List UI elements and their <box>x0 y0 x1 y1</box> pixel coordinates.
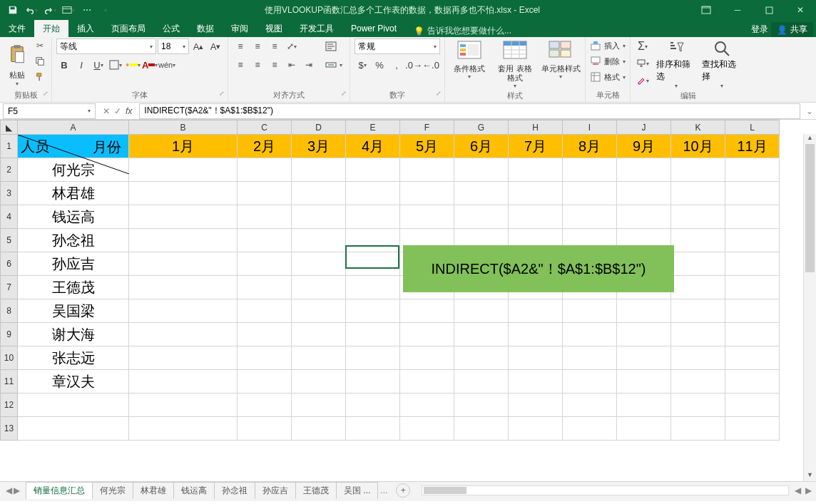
phonetic-button[interactable]: wén▾ <box>159 57 175 73</box>
format-table-button[interactable]: 套用 表格格式▾ <box>495 38 535 89</box>
tab-dev[interactable]: 开发工具 <box>291 20 342 37</box>
col-header[interactable]: E <box>346 120 400 135</box>
inc-decimal-icon[interactable]: .0→ <box>406 57 422 73</box>
row-header[interactable]: 4 <box>1 205 18 229</box>
italic-button[interactable]: I <box>73 57 89 73</box>
indent-dec-icon[interactable]: ⇤ <box>284 57 300 73</box>
col-header[interactable]: F <box>400 120 454 135</box>
select-all-cell[interactable]: ◣ <box>1 120 18 135</box>
tab-formulas[interactable]: 公式 <box>154 20 188 37</box>
fx-icon[interactable]: fx <box>126 106 132 116</box>
vertical-scrollbar[interactable]: ▲ ▼ <box>803 134 816 481</box>
tell-me[interactable]: 💡告诉我您想要做什么... <box>414 25 511 37</box>
close-icon[interactable]: ✕ <box>785 0 816 20</box>
row-header[interactable]: 1 <box>1 135 18 158</box>
row-header[interactable]: 3 <box>1 182 18 205</box>
insert-cells-button[interactable]: 插入 ▾ <box>590 38 626 53</box>
month-header[interactable]: 4月 <box>346 135 400 158</box>
underline-button[interactable]: U▾ <box>91 57 106 73</box>
font-color-button[interactable]: A▾ <box>142 57 158 73</box>
sheet-next-icon[interactable]: ▶ <box>14 485 20 495</box>
login-link[interactable]: 登录 <box>751 24 768 36</box>
merge-button[interactable]: ▾ <box>322 57 345 73</box>
number-format-select[interactable]: 常规▾ <box>355 38 440 54</box>
horizontal-scrollbar[interactable] <box>422 485 789 495</box>
dec-decimal-icon[interactable]: ←.0 <box>423 57 439 73</box>
cut-icon[interactable]: ✂ <box>33 38 47 53</box>
cell-styles-button[interactable]: 单元格样式▾ <box>541 38 581 80</box>
formula-bar[interactable]: INDIRECT($A2&"！$A$1:$B$12") <box>139 103 800 119</box>
undo-icon[interactable]: ▾ <box>23 2 40 18</box>
tab-home[interactable]: 开始 <box>34 20 68 37</box>
tab-insert[interactable]: 插入 <box>68 20 103 37</box>
col-header[interactable]: D <box>292 120 346 135</box>
col-header[interactable]: I <box>563 120 617 135</box>
row-header[interactable]: 7 <box>1 276 18 299</box>
redo-icon[interactable]: ▾ <box>41 2 58 18</box>
border-button[interactable]: ▾ <box>108 57 123 73</box>
hscroll-left-icon[interactable]: ◀ <box>795 485 801 495</box>
cancel-formula-icon[interactable]: ✕ <box>103 106 110 116</box>
row-header[interactable]: 13 <box>1 417 18 441</box>
font-expander-icon[interactable]: ⤢ <box>219 90 225 97</box>
sheet-tab[interactable]: 林君雄 <box>133 482 174 499</box>
tab-review[interactable]: 审阅 <box>223 20 257 37</box>
sheet-tab[interactable]: 何光宗 <box>92 482 133 499</box>
month-header[interactable]: 1月 <box>129 135 238 158</box>
hscroll-right-icon[interactable]: ▶ <box>801 485 816 495</box>
col-header[interactable]: J <box>617 120 671 135</box>
fill-color-button[interactable]: ▾ <box>125 57 141 73</box>
sheet-tab[interactable]: 钱运高 <box>173 482 215 499</box>
row-header[interactable]: 11 <box>1 370 18 394</box>
sheet-tab-active[interactable]: 销量信息汇总 <box>26 482 93 499</box>
share-button[interactable]: 👤共享 <box>771 22 813 37</box>
name-box[interactable]: F5▾ <box>3 103 96 119</box>
paste-button[interactable]: 粘贴 ▾ <box>4 38 30 87</box>
autosum-button[interactable]: Σ▾ <box>635 38 651 54</box>
percent-icon[interactable]: % <box>372 57 387 73</box>
tab-layout[interactable]: 页面布局 <box>103 20 154 37</box>
bold-button[interactable]: B <box>56 57 72 73</box>
sort-filter-button[interactable]: 排序和筛选▾ <box>656 38 696 89</box>
tab-pivot[interactable]: Power Pivot <box>342 20 405 37</box>
name-cell[interactable]: 王德茂 <box>18 276 129 299</box>
header-cell-a1[interactable]: 月份 人员 <box>18 135 129 158</box>
align-left-icon[interactable]: ≡ <box>233 57 248 73</box>
indent-inc-icon[interactable]: ⇥ <box>301 57 317 73</box>
col-header[interactable]: B <box>129 120 238 135</box>
align-bottom-icon[interactable]: ≡ <box>267 38 282 54</box>
name-cell[interactable]: 孙念祖 <box>18 229 129 252</box>
format-cells-button[interactable]: 格式 ▾ <box>590 70 626 84</box>
qat-more-icon[interactable]: ▾ <box>60 2 77 18</box>
col-header[interactable]: L <box>725 120 780 135</box>
clipboard-expander-icon[interactable]: ⤢ <box>43 90 49 97</box>
sheet-tab[interactable]: 吴国 ... <box>336 482 378 499</box>
tab-view[interactable]: 视图 <box>257 20 291 37</box>
row-header[interactable]: 5 <box>1 229 18 252</box>
scroll-thumb[interactable] <box>805 144 815 272</box>
name-cell[interactable]: 林君雄 <box>18 182 129 205</box>
month-header[interactable]: 11月 <box>725 135 780 158</box>
row-header[interactable]: 10 <box>1 346 18 370</box>
save-icon[interactable] <box>4 2 21 18</box>
font-name-select[interactable]: 等线▾ <box>56 38 156 54</box>
wrap-text-button[interactable] <box>322 38 345 54</box>
scroll-up-icon[interactable]: ▲ <box>804 134 816 144</box>
row-header[interactable]: 12 <box>1 394 18 417</box>
fill-button[interactable]: ▾ <box>635 56 651 71</box>
tab-file[interactable]: 文件 <box>0 20 34 37</box>
enter-formula-icon[interactable]: ✓ <box>114 106 121 116</box>
conditional-format-button[interactable]: 条件格式▾ <box>449 38 489 80</box>
accounting-format-icon[interactable]: $▾ <box>355 57 370 73</box>
name-cell[interactable]: 张志远 <box>18 346 129 370</box>
tab-data[interactable]: 数据 <box>188 20 223 37</box>
name-cell[interactable]: 孙应吉 <box>18 252 129 276</box>
align-top-icon[interactable]: ≡ <box>233 38 248 54</box>
month-header[interactable]: 7月 <box>509 135 563 158</box>
clear-button[interactable]: ▾ <box>635 73 651 88</box>
increase-font-icon[interactable]: A▴ <box>190 38 206 54</box>
font-size-select[interactable]: 18▾ <box>158 38 189 54</box>
comma-icon[interactable]: , <box>389 57 404 73</box>
decrease-font-icon[interactable]: A▾ <box>208 38 223 54</box>
month-header[interactable]: 5月 <box>400 135 454 158</box>
